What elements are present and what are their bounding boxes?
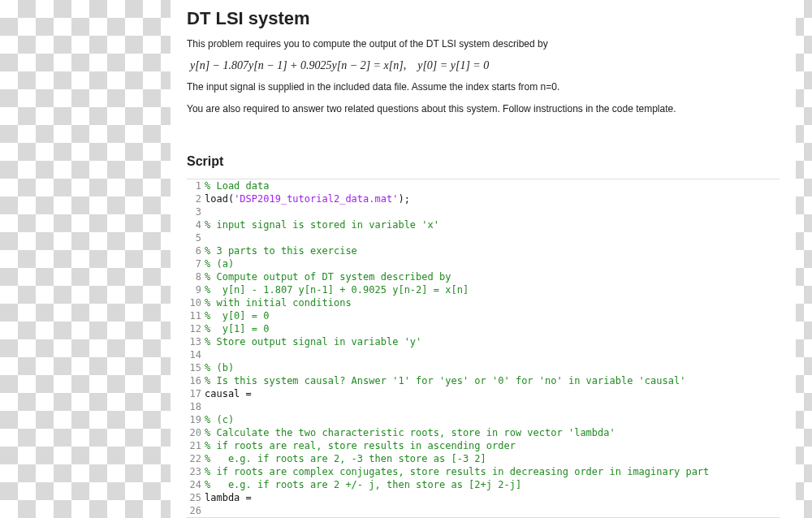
intro-paragraph-1: This problem requires you to compute the… [187,37,780,51]
code-content [205,400,780,413]
code-content: % Is this system causal? Answer '1' for … [205,374,780,387]
line-number: 20 [187,426,205,439]
line-number: 15 [187,361,205,374]
script-heading: Script [187,154,780,169]
code-line: 8% Compute output of DT system described… [187,270,780,283]
code-line: 24% e.g. if roots are 2 +/- j, then stor… [187,478,780,491]
code-line: 14 [187,348,780,361]
line-number: 10 [187,296,205,309]
line-number: 21 [187,439,205,452]
line-number: 7 [187,257,205,270]
equation: y[n] − 1.807y[n − 1] + 0.9025y[n − 2] = … [190,59,780,72]
code-content: % y[1] = 0 [205,322,780,335]
code-line: 6% 3 parts to this exercise [187,244,780,257]
code-content [205,231,780,244]
code-content: % 3 parts to this exercise [205,244,780,257]
line-number: 14 [187,348,205,361]
line-number: 13 [187,335,205,348]
code-content: % Calculate the two characteristic roots… [205,426,780,439]
code-line: 23% if roots are complex conjugates, sto… [187,465,780,478]
code-line: 20% Calculate the two characteristic roo… [187,426,780,439]
code-content: % e.g. if roots are 2 +/- j, then store … [205,478,780,491]
code-content: causal = [205,387,780,400]
code-line: 7% (a) [187,257,780,270]
code-content [205,504,780,517]
code-line: 13% Store output signal in variable 'y' [187,335,780,348]
code-content: % (a) [205,257,780,270]
line-number: 23 [187,465,205,478]
code-content: load('DSP2019_tutorial2_data.mat'); [205,192,780,205]
code-line: 2load('DSP2019_tutorial2_data.mat'); [187,192,780,205]
code-editor[interactable]: 1% Load data2load('DSP2019_tutorial2_dat… [187,179,780,518]
code-content: lambda = [205,491,780,504]
code-content: % e.g. if roots are 2, -3 then store as … [205,452,780,465]
line-number: 26 [187,504,205,517]
code-content: % input signal is stored in variable 'x' [205,218,780,231]
line-number: 16 [187,374,205,387]
code-content [205,205,780,218]
code-line: 3 [187,205,780,218]
page-title: DT LSI system [187,8,780,29]
line-number: 19 [187,413,205,426]
code-line: 5 [187,231,780,244]
intro-paragraph-3: You are also required to answer two rela… [187,102,780,116]
code-line: 21% if roots are real, store results in … [187,439,780,452]
line-number: 17 [187,387,205,400]
line-number: 25 [187,491,205,504]
code-line: 26 [187,504,780,517]
line-number: 11 [187,309,205,322]
code-content: % Store output signal in variable 'y' [205,335,780,348]
code-content: % Compute output of DT system described … [205,270,780,283]
line-number: 2 [187,192,205,205]
code-content: % if roots are complex conjugates, store… [205,465,780,478]
code-content: % if roots are real, store results in as… [205,439,780,452]
code-content: % (c) [205,413,780,426]
line-number: 22 [187,452,205,465]
line-number: 5 [187,231,205,244]
code-line: 1% Load data [187,179,780,192]
code-content: % (b) [205,361,780,374]
line-number: 3 [187,205,205,218]
line-number: 9 [187,283,205,296]
code-line: 19% (c) [187,413,780,426]
code-line: 22% e.g. if roots are 2, -3 then store a… [187,452,780,465]
code-content [205,348,780,361]
code-line: 4% input signal is stored in variable 'x… [187,218,780,231]
code-line: 17causal = [187,387,780,400]
code-line: 15% (b) [187,361,780,374]
code-content: % y[n] - 1.807 y[n-1] + 0.9025 y[n-2] = … [205,283,780,296]
line-number: 12 [187,322,205,335]
code-line: 11% y[0] = 0 [187,309,780,322]
line-number: 1 [187,179,205,192]
intro-paragraph-2: The input signal is supplied in the incl… [187,80,780,94]
code-content: % Load data [205,179,780,192]
code-content: % y[0] = 0 [205,309,780,322]
line-number: 4 [187,218,205,231]
document-page: DT LSI system This problem requires you … [171,0,796,518]
line-number: 6 [187,244,205,257]
code-line: 12% y[1] = 0 [187,322,780,335]
code-content: % with initial conditions [205,296,780,309]
code-line: 16% Is this system causal? Answer '1' fo… [187,374,780,387]
line-number: 18 [187,400,205,413]
line-number: 24 [187,478,205,491]
code-line: 18 [187,400,780,413]
code-line: 10% with initial conditions [187,296,780,309]
line-number: 8 [187,270,205,283]
code-line: 25lambda = [187,491,780,504]
code-line: 9% y[n] - 1.807 y[n-1] + 0.9025 y[n-2] =… [187,283,780,296]
